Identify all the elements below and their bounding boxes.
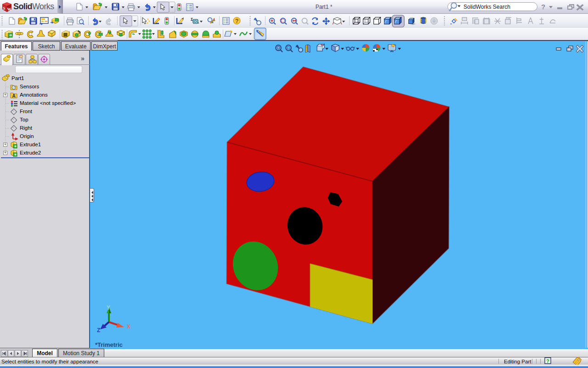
svg-text:Y: Y bbox=[107, 305, 110, 311]
svg-text:Z: Z bbox=[97, 327, 100, 334]
svg-text:?: ? bbox=[546, 358, 549, 364]
svg-text:A: A bbox=[12, 93, 16, 98]
svg-text:X: X bbox=[127, 323, 130, 330]
